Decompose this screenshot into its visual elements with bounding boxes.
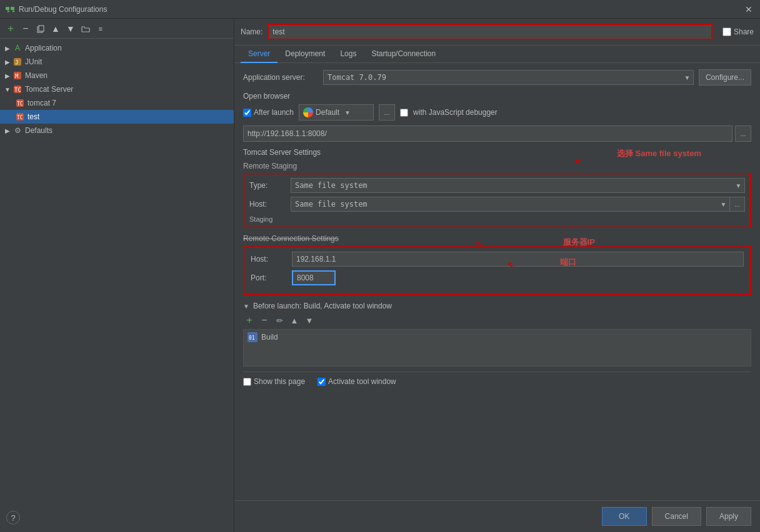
ok-button[interactable]: OK xyxy=(602,507,647,526)
browser-dropdown-arrow: ▼ xyxy=(344,109,351,116)
sort-button[interactable]: ≡ xyxy=(94,22,108,36)
svg-marker-3 xyxy=(12,10,15,12)
type-value: Same file system xyxy=(291,178,732,193)
window-title: Run/Debug Configurations xyxy=(19,5,742,14)
icon-tomcat7: TC xyxy=(15,98,25,108)
sidebar-tree: ▶ A Application ▶ J JUnit ▶ M xyxy=(0,39,234,532)
browser-dropdown[interactable]: Default ▼ xyxy=(299,104,374,121)
arrow-junit: ▶ xyxy=(2,57,12,67)
help-button[interactable]: ? xyxy=(6,511,20,525)
remote-staging-label: Remote Staging xyxy=(243,162,751,170)
launch-toolbar: + − ✏ ▲ ▼ xyxy=(243,314,751,327)
sidebar-item-application[interactable]: ▶ A Application xyxy=(0,41,234,55)
launch-build-item: 01 Build xyxy=(248,332,747,342)
copy-config-button[interactable] xyxy=(34,22,48,36)
remove-config-button[interactable]: − xyxy=(19,22,32,36)
conn-host-input[interactable] xyxy=(292,252,744,267)
tab-startup[interactable]: Startup/Connection xyxy=(364,46,443,63)
label-junit: JUnit xyxy=(25,57,42,66)
sidebar-item-defaults[interactable]: ▶ ⚙ Defaults xyxy=(0,124,234,137)
label-maven: Maven xyxy=(25,71,48,80)
move-down-button[interactable]: ▼ xyxy=(64,22,78,36)
bottom-options: Show this page Activate tool window xyxy=(243,372,751,391)
browser-row: After launch Default ▼ ... with JavaScri… xyxy=(243,104,751,121)
share-label: Share xyxy=(734,27,754,36)
apply-button[interactable]: Apply xyxy=(706,507,751,526)
label-tomcat-server: Tomcat Server xyxy=(25,85,73,94)
staging-label: Staging xyxy=(249,215,745,223)
before-launch-section: ▼ Before launch: Build, Activate tool wi… xyxy=(243,302,751,367)
title-bar: Run/Debug Configurations ✕ xyxy=(0,0,760,19)
svg-text:TC: TC xyxy=(17,115,23,121)
main-content: + − ▲ ▼ ≡ ▶ A Application xyxy=(0,19,760,532)
launch-add-button[interactable]: + xyxy=(243,314,256,327)
conn-port-row: Port: xyxy=(251,270,744,285)
js-debugger-label: with JavaScript debugger xyxy=(413,108,498,117)
conn-port-label: Port: xyxy=(251,273,288,282)
url-options-button[interactable]: ... xyxy=(735,126,751,142)
activate-tool-window-checkbox[interactable] xyxy=(318,378,326,386)
before-launch-label: Before launch: Build, Activate tool wind… xyxy=(253,302,392,310)
js-debugger-checkbox[interactable] xyxy=(400,109,408,117)
type-label: Type: xyxy=(249,181,287,190)
share-checkbox[interactable] xyxy=(722,27,731,36)
configure-button[interactable]: Configure... xyxy=(699,69,751,86)
sidebar-toolbar: + − ▲ ▼ ≡ xyxy=(0,19,234,39)
browser-options-button[interactable]: ... xyxy=(379,104,395,121)
tab-deployment[interactable]: Deployment xyxy=(278,46,332,63)
sidebar: + − ▲ ▼ ≡ ▶ A Application xyxy=(0,19,234,532)
name-input[interactable] xyxy=(268,24,712,40)
move-up-button[interactable]: ▲ xyxy=(49,22,62,36)
tab-server[interactable]: Server xyxy=(241,46,278,63)
arrow-tomcat-server: ▼ xyxy=(2,84,12,94)
before-launch-collapse-arrow[interactable]: ▼ xyxy=(243,303,249,310)
sidebar-item-tomcat7[interactable]: TC tomcat 7 xyxy=(0,96,234,110)
cancel-button[interactable]: Cancel xyxy=(652,507,701,526)
activate-tool-window-label: Activate tool window xyxy=(328,377,396,386)
svg-marker-2 xyxy=(8,10,10,12)
staging-host-dots-btn[interactable]: ... xyxy=(730,197,745,212)
close-button[interactable]: ✕ xyxy=(742,3,755,16)
url-input[interactable] xyxy=(243,126,732,142)
launch-remove-button[interactable]: − xyxy=(258,314,271,327)
svg-text:J: J xyxy=(15,59,18,66)
sidebar-item-maven[interactable]: ▶ M Maven xyxy=(0,69,234,82)
sidebar-item-junit[interactable]: ▶ J JUnit xyxy=(0,55,234,69)
tabs-bar: Server Deployment Logs Startup/Connectio… xyxy=(234,46,760,63)
type-dropdown-arrow[interactable]: ▼ xyxy=(732,178,745,193)
conn-port-input[interactable] xyxy=(292,270,336,285)
show-this-page-row: Show this page xyxy=(243,377,305,386)
label-tomcat7: tomcat 7 xyxy=(28,99,56,107)
launch-move-up-button[interactable]: ▲ xyxy=(288,314,301,327)
activate-tool-window-row: Activate tool window xyxy=(318,377,396,386)
staging-host-label: Host: xyxy=(249,200,287,209)
staging-host-dropdown-arrow[interactable]: ▼ xyxy=(718,197,730,212)
tab-logs[interactable]: Logs xyxy=(332,46,364,63)
create-folder-button[interactable] xyxy=(79,22,92,36)
conn-host-label: Host: xyxy=(251,255,288,264)
label-defaults: Defaults xyxy=(25,126,52,135)
icon-defaults: ⚙ xyxy=(12,126,22,135)
launch-edit-button[interactable]: ✏ xyxy=(273,314,286,327)
svg-rect-1 xyxy=(11,7,14,10)
launch-move-down-button[interactable]: ▼ xyxy=(303,314,316,327)
sidebar-item-test[interactable]: TC test xyxy=(0,110,234,124)
sidebar-item-tomcat-server[interactable]: ▼ TC Tomcat Server xyxy=(0,82,234,96)
app-server-dropdown-arrow[interactable]: ▼ xyxy=(681,70,694,85)
icon-junit: J xyxy=(12,57,22,67)
after-launch-checkbox[interactable] xyxy=(243,109,251,117)
share-area: Share xyxy=(722,27,754,36)
remote-connection-label: Remote Connection Settings xyxy=(243,234,751,243)
name-label: Name: xyxy=(241,27,262,36)
remote-connection-section: Host: Port: xyxy=(243,245,751,295)
arrow-maven: ▶ xyxy=(2,71,12,81)
svg-text:M: M xyxy=(15,73,19,79)
bottom-buttons: OK Cancel Apply xyxy=(234,500,760,532)
label-test: test xyxy=(28,112,39,121)
app-server-label: Application server: xyxy=(243,73,318,82)
label-application: Application xyxy=(25,44,62,52)
show-this-page-checkbox[interactable] xyxy=(243,378,251,386)
arrow-application: ▶ xyxy=(2,43,12,53)
icon-application: A xyxy=(12,43,22,53)
add-config-button[interactable]: + xyxy=(4,22,18,36)
